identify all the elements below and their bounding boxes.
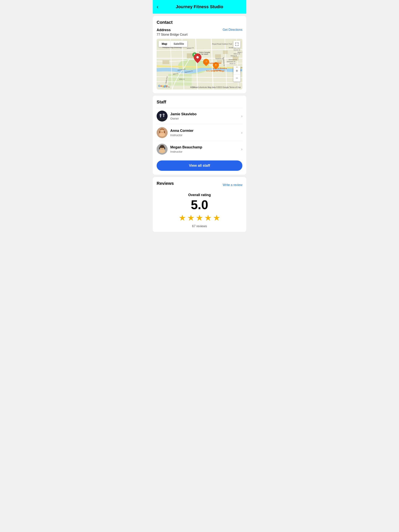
star-2: ★ xyxy=(187,213,195,222)
svg-rect-17 xyxy=(223,51,228,54)
svg-point-74 xyxy=(159,133,165,137)
svg-point-76 xyxy=(163,131,163,132)
address-row: Address 77 Stone Bridge Court Get Direct… xyxy=(157,28,242,36)
star-1: ★ xyxy=(179,213,186,222)
svg-rect-15 xyxy=(162,60,169,64)
star-4: ★ xyxy=(204,213,212,222)
svg-rect-70 xyxy=(157,119,167,121)
staff-section-title: Staff xyxy=(157,100,242,105)
stars-row: ★ ★ ★ ★ ★ xyxy=(157,213,242,222)
map-expand-button[interactable] xyxy=(233,41,240,48)
staff-info-anna: Anna Cormier Instructor xyxy=(170,129,241,137)
staff-section: Staff Jamie Skavlebo Owner › xyxy=(153,96,246,175)
staff-role-anna: Instructor xyxy=(170,133,241,137)
staff-avatar-jamie xyxy=(157,111,167,121)
svg-point-75 xyxy=(161,131,161,132)
staff-item-anna[interactable]: Anna Cormier Instructor › xyxy=(157,124,242,141)
map-footer-text: Keyboard shortcuts Map data ©2023 Google… xyxy=(190,86,241,89)
svg-text:Google: Google xyxy=(158,84,167,88)
staff-info-jamie: Jamie Skavlebo Owner xyxy=(170,112,241,120)
staff-item-jamie[interactable]: Jamie Skavlebo Owner › xyxy=(157,108,242,124)
page-title: Journey Fitness Studio xyxy=(157,4,242,9)
svg-text:Willis St: Willis St xyxy=(179,78,185,80)
svg-point-24 xyxy=(196,56,199,58)
staff-role-megan: Instructor xyxy=(170,150,241,153)
svg-text:Neville St: Neville St xyxy=(234,49,240,51)
star-3: ★ xyxy=(196,213,203,222)
svg-point-81 xyxy=(161,147,161,148)
svg-text:Hawkins St: Hawkins St xyxy=(215,58,224,60)
write-review-link[interactable]: Write a review xyxy=(223,183,242,187)
staff-item-megan[interactable]: Megan Beauchamp Instructor › xyxy=(157,141,242,157)
map-zoom-controls: + − xyxy=(233,67,240,82)
staff-name-jamie: Jamie Skavlebo xyxy=(170,112,241,116)
map-tabs: Map Satellite xyxy=(159,41,187,47)
svg-point-79 xyxy=(159,149,165,153)
get-directions-link[interactable]: Get Directions xyxy=(223,28,242,32)
svg-text:Royal Road Outdoor Pool: Royal Road Outdoor Pool xyxy=(212,43,232,45)
svg-rect-80 xyxy=(160,146,164,148)
review-count: 67 reviews xyxy=(157,225,242,228)
address-label: Address xyxy=(157,28,187,32)
svg-text:Shere Punjab Kitchen: Shere Punjab Kitchen xyxy=(203,62,221,64)
contact-section-title: Contact xyxy=(157,20,242,25)
map-container[interactable]: ⚑ P 🍴 🍺 Petro-Canada & Car wash Shere Pu… xyxy=(157,39,242,89)
svg-text:Ebony Dr: Ebony Dr xyxy=(231,55,237,57)
svg-point-82 xyxy=(163,147,163,148)
svg-text:🍺: 🍺 xyxy=(215,64,217,66)
staff-name-anna: Anna Cormier xyxy=(170,129,241,133)
reviews-header: Reviews Write a review xyxy=(157,181,242,189)
svg-point-68 xyxy=(163,114,165,115)
staff-info-megan: Megan Beauchamp Instructor xyxy=(170,145,241,153)
svg-text:Westview St: Westview St xyxy=(227,61,236,63)
svg-rect-62 xyxy=(238,44,239,46)
contact-section: Contact Address 77 Stone Bridge Court Ge… xyxy=(153,16,246,93)
staff-name-megan: Megan Beauchamp xyxy=(170,145,241,149)
svg-rect-56 xyxy=(235,43,236,44)
svg-rect-16 xyxy=(215,54,221,58)
staff-avatar-megan xyxy=(157,144,167,155)
svg-text:Half Cut Brewing: Half Cut Brewing xyxy=(213,67,227,69)
map-tab-satellite[interactable]: Satellite xyxy=(170,41,187,47)
svg-text:Rose Ct: Rose Ct xyxy=(230,63,236,64)
chevron-icon-jamie: › xyxy=(241,114,242,118)
svg-rect-60 xyxy=(235,44,236,46)
svg-text:Company: Company xyxy=(213,69,221,71)
zoom-in-button[interactable]: + xyxy=(233,67,240,74)
back-button[interactable]: ‹ xyxy=(157,4,158,10)
google-logo: Google xyxy=(158,84,168,89)
overall-rating-label: Overall rating xyxy=(157,193,242,197)
map-tab-map[interactable]: Map xyxy=(159,41,170,47)
svg-rect-58 xyxy=(238,43,239,44)
chevron-icon-anna: › xyxy=(241,131,242,135)
svg-text:Wilcox St: Wilcox St xyxy=(234,53,240,55)
chevron-icon-megan: › xyxy=(241,147,242,151)
zoom-out-button[interactable]: − xyxy=(233,75,240,82)
staff-role-jamie: Owner xyxy=(170,117,241,120)
header: ‹ Journey Fitness Studio xyxy=(153,0,246,14)
star-5: ★ xyxy=(213,213,220,222)
address-value: 77 Stone Bridge Court xyxy=(157,33,187,36)
reviews-section-title: Reviews xyxy=(157,181,174,186)
view-all-staff-button[interactable]: View all staff xyxy=(157,160,242,171)
rating-number: 5.0 xyxy=(157,199,242,211)
svg-point-66 xyxy=(160,114,161,116)
reviews-section: Reviews Write a review Overall rating 5.… xyxy=(153,177,246,232)
svg-text:Elmhurst St: Elmhurst St xyxy=(229,59,237,61)
svg-rect-69 xyxy=(163,115,164,117)
svg-text:& Car wash: & Car wash xyxy=(199,53,208,55)
svg-rect-67 xyxy=(160,116,161,117)
staff-avatar-anna xyxy=(157,127,167,138)
